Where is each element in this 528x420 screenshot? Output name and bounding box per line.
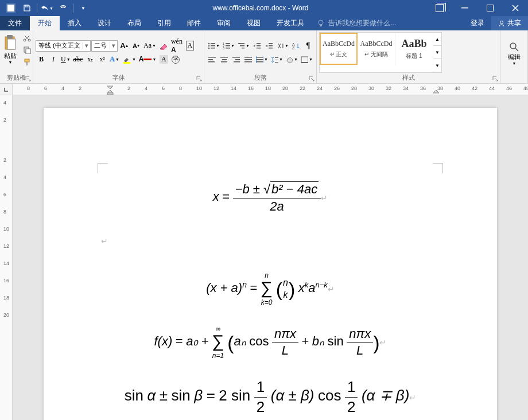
svg-rect-52 (244, 61, 252, 63)
document-area[interactable]: x = −b ± √b² − 4ac 2a ↵ ↵ (x + a)n = n∑k… (13, 95, 528, 420)
char-shading-icon[interactable]: A (158, 54, 169, 65)
increase-indent-icon[interactable] (263, 40, 275, 52)
phonetic-guide-icon[interactable]: wénA (170, 40, 184, 52)
sort-icon[interactable]: AZ (290, 40, 302, 52)
svg-rect-29 (226, 48, 230, 49)
save-icon[interactable] (20, 1, 34, 15)
svg-rect-42 (208, 59, 213, 60)
tab-design[interactable]: 设计 (90, 16, 119, 30)
justify-icon[interactable] (243, 54, 254, 65)
enclose-char-icon[interactable]: 字 (170, 54, 181, 65)
tell-me[interactable]: 告诉我您想要做什么... (312, 16, 464, 30)
line-spacing-icon[interactable]: ▼ (270, 54, 284, 65)
highlight-icon[interactable]: ▼ (121, 54, 137, 65)
vertical-ruler[interactable]: 422468101214161820 (0, 95, 13, 420)
font-size-combo[interactable]: 二号▾ (91, 40, 118, 52)
undo-icon[interactable]: ▼ (40, 1, 55, 15)
indent-marker-icon[interactable] (107, 84, 114, 95)
equation-sinsum[interactable]: sin α ± sin β = 2 sin 12 (α ± β) cos 12 … (90, 378, 451, 417)
decrease-indent-icon[interactable] (251, 40, 263, 52)
ribbon-options-icon[interactable] (427, 0, 452, 16)
gallery-down-icon[interactable]: ▼ (433, 46, 441, 59)
font-name-combo[interactable]: 等线 (中文正文▾ (36, 40, 91, 52)
tab-review[interactable]: 审阅 (209, 16, 239, 30)
maximize-icon[interactable] (477, 0, 503, 16)
svg-rect-31 (240, 45, 244, 46)
underline-icon[interactable]: U▼ (60, 54, 72, 65)
text-effects-icon[interactable]: A▼ (108, 54, 121, 65)
equation-fourier[interactable]: f(x) = a₀ + ∞∑n=1 (aₙ cos nπxL + bₙ sin … (90, 325, 451, 361)
tab-home[interactable]: 开始 (30, 16, 60, 30)
ruler-bar: 8642246810121416182022242628303234363840… (0, 84, 528, 95)
paste-button[interactable]: 粘贴▼ (1, 32, 20, 68)
svg-rect-46 (221, 61, 227, 63)
shrink-font-icon[interactable]: A▾ (130, 40, 142, 52)
bold-icon[interactable]: B (36, 54, 47, 65)
distribute-icon[interactable]: ▼ (255, 54, 269, 65)
align-left-icon[interactable] (207, 54, 218, 65)
minimize-icon[interactable] (452, 0, 477, 16)
bullets-icon[interactable]: ▼ (207, 40, 221, 52)
clear-format-icon[interactable] (158, 40, 169, 52)
tab-insert[interactable]: 插入 (60, 16, 90, 30)
italic-icon[interactable]: I (48, 54, 59, 65)
svg-rect-4 (487, 5, 494, 11)
dialog-launcher-icon[interactable] (25, 75, 32, 82)
svg-rect-14 (26, 49, 30, 54)
page[interactable]: x = −b ± √b² − 4ac 2a ↵ ↵ (x + a)n = n∑k… (44, 108, 497, 420)
style-nospace[interactable]: AaBbCcDd ↵ 无间隔 (358, 33, 395, 65)
subscript-icon[interactable]: x₂ (84, 54, 96, 65)
close-icon[interactable] (503, 0, 528, 16)
tab-mailings[interactable]: 邮件 (179, 16, 209, 30)
borders-icon[interactable]: ▼ (300, 54, 314, 65)
equation-binomial[interactable]: (x + a)n = n∑k=0 (nk) xkan−k↵ (90, 271, 451, 308)
tab-file[interactable]: 文件 (0, 16, 30, 30)
strike-icon[interactable]: abc (72, 54, 84, 65)
svg-rect-60 (301, 62, 308, 63)
dialog-launcher-icon[interactable] (492, 75, 499, 82)
tab-layout[interactable]: 布局 (119, 16, 149, 30)
svg-rect-57 (275, 60, 278, 60)
customize-qat-icon[interactable]: ▼ (76, 1, 91, 15)
gallery-more-icon[interactable]: ▼ (433, 59, 441, 72)
char-border-icon[interactable]: A (184, 40, 196, 52)
svg-rect-55 (256, 61, 263, 63)
copy-icon[interactable] (21, 44, 33, 56)
superscript-icon[interactable]: x² (96, 54, 108, 65)
style-normal[interactable]: AaBbCcDd ↵ 正文 (320, 33, 358, 65)
dialog-launcher-icon[interactable] (196, 75, 203, 82)
styles-gallery[interactable]: AaBbCcDd ↵ 正文 AaBbCcDd ↵ 无间隔 AaBb 标题 1 ▲… (319, 32, 442, 73)
numbering-icon[interactable]: 123▼ (222, 40, 236, 52)
equation-quadratic[interactable]: x = −b ± √b² − 4ac 2a ↵ (90, 181, 451, 215)
tab-view[interactable]: 视图 (239, 16, 269, 30)
workspace: 422468101214161820 x = −b ± √b² − 4ac 2a… (0, 95, 528, 420)
tab-selector[interactable] (0, 84, 13, 95)
find-button[interactable]: 编辑▼ (506, 32, 523, 75)
gallery-up-icon[interactable]: ▲ (433, 33, 441, 46)
svg-rect-35 (257, 48, 261, 49)
grow-font-icon[interactable]: A▴ (118, 40, 130, 52)
tab-developer[interactable]: 开发工具 (269, 16, 312, 30)
word-icon[interactable] (3, 1, 18, 15)
align-center-icon[interactable] (219, 54, 230, 65)
shading-icon[interactable]: ▼ (285, 54, 299, 65)
align-right-icon[interactable] (231, 54, 242, 65)
dialog-launcher-icon[interactable] (308, 75, 315, 82)
cut-icon[interactable] (21, 32, 33, 44)
svg-rect-3 (461, 7, 468, 9)
quick-access-toolbar: ▼ ▼ (0, 1, 94, 15)
tab-references[interactable]: 引用 (149, 16, 179, 30)
change-case-icon[interactable]: Aa▼ (142, 40, 157, 52)
lightbulb-icon (317, 20, 325, 28)
style-heading1[interactable]: AaBb 标题 1 (395, 33, 433, 65)
show-marks-icon[interactable]: ¶ (302, 40, 314, 52)
horizontal-ruler[interactable]: 8642246810121416182022242628303234363840… (13, 84, 528, 95)
font-color-icon[interactable]: A▼ (138, 54, 158, 65)
format-painter-icon[interactable] (21, 56, 33, 68)
login-button[interactable]: 登录 (464, 16, 491, 30)
redo-icon[interactable] (56, 1, 71, 15)
svg-rect-10 (7, 39, 15, 49)
asian-layout-icon[interactable]: ▼ (275, 40, 290, 52)
multilevel-icon[interactable]: ▼ (236, 40, 251, 52)
share-button[interactable]: 共享 (491, 16, 528, 30)
